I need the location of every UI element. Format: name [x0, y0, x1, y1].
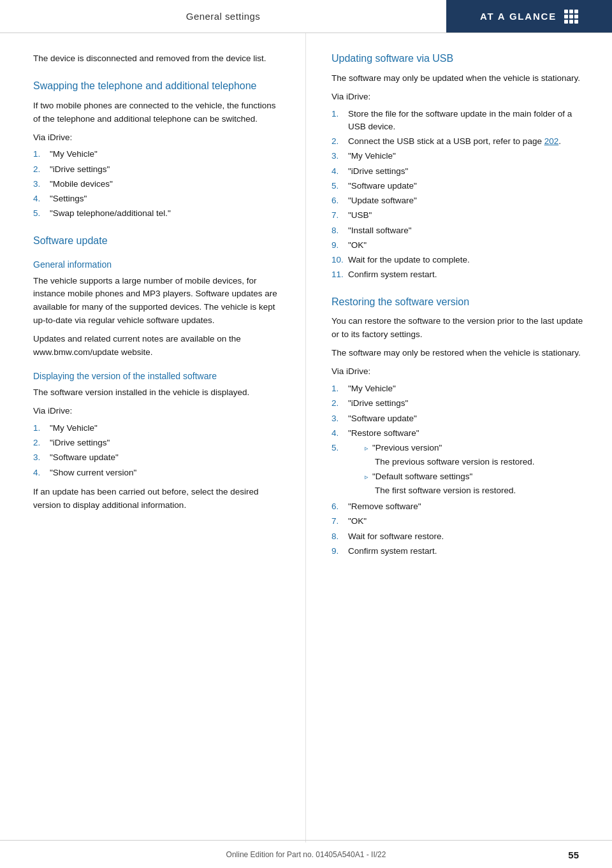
- step-num: 3.: [332, 150, 348, 163]
- list-item: 3."Software update": [332, 412, 586, 425]
- step-text: "My Vehicle": [50, 422, 98, 435]
- step-text: "OK": [348, 239, 367, 252]
- header-chapter-label: AT A GLANCE: [446, 0, 612, 33]
- swap-body: If two mobile phones are connected to th…: [33, 99, 282, 126]
- step-text: Store the file for the software update i…: [348, 108, 586, 134]
- step-text: "Settings": [50, 192, 87, 205]
- step-text: Wait for the update to complete.: [348, 254, 470, 266]
- step-text: "Software update": [50, 451, 119, 464]
- step-text: "USB": [348, 209, 372, 222]
- restoring-body1: You can restore the software to the vers…: [332, 315, 586, 342]
- list-item: 4."Settings": [33, 192, 282, 205]
- list-item: 5."Software update": [332, 180, 586, 192]
- step-num: 8.: [332, 224, 348, 237]
- list-item: 3."My Vehicle": [332, 150, 586, 163]
- step-num: 8.: [332, 530, 348, 543]
- list-item: 1."My Vehicle": [33, 148, 282, 161]
- step-num: 1.: [33, 148, 50, 161]
- page-number: 55: [568, 850, 579, 860]
- list-item: 10.Wait for the update to complete.: [332, 254, 586, 266]
- general-body2: Updates and related current notes are av…: [33, 333, 282, 359]
- list-item: 8."Install software": [332, 224, 586, 237]
- restoring-steps-list: 1."My Vehicle" 2."iDrive settings" 3."So…: [332, 382, 586, 558]
- step-num: 7.: [332, 209, 348, 222]
- step-text: "Install software": [348, 224, 412, 237]
- page-link: 202: [544, 136, 559, 146]
- nested-option: ▹ "Previous version": [365, 442, 535, 454]
- step-text: "Remove software": [348, 500, 421, 513]
- step-num: 2.: [33, 437, 50, 449]
- step-text: "iDrive settings": [50, 437, 110, 449]
- general-body1: The vehicle supports a large number of m…: [33, 275, 282, 328]
- step-text: Connect the USB stick at a USB port, ref…: [348, 135, 561, 148]
- swap-steps-list: 1."My Vehicle" 2."iDrive settings" 3."Mo…: [33, 148, 282, 220]
- step-text: Confirm system restart.: [348, 545, 437, 558]
- nested-label: "Previous version": [372, 442, 442, 454]
- list-item: 2."iDrive settings": [33, 163, 282, 176]
- nested-option: ▹ "Default software settings": [365, 470, 535, 483]
- page-header: General settings AT A GLANCE: [0, 0, 612, 33]
- step-num: 7.: [332, 515, 348, 528]
- step-text: "Restore software": [348, 427, 419, 440]
- step-num: 2.: [332, 135, 348, 148]
- step-num: 5.: [332, 180, 348, 192]
- list-item: 7."OK": [332, 515, 586, 528]
- swap-via: Via iDrive:: [33, 131, 282, 145]
- step-num: 9.: [332, 545, 348, 558]
- step-text: "iDrive settings": [348, 165, 408, 178]
- step-num: 1.: [332, 108, 348, 120]
- main-content: The device is disconnected and removed f…: [0, 33, 612, 843]
- step-text: "My Vehicle": [348, 150, 396, 163]
- general-info-subtitle: General information: [33, 259, 282, 270]
- step-num: 3.: [332, 412, 348, 425]
- step-text: "Software update": [348, 412, 417, 425]
- list-item: 9.Confirm system restart.: [332, 545, 586, 558]
- step-num: 1.: [332, 382, 348, 395]
- step-num: 2.: [33, 163, 50, 176]
- step-num: 11.: [332, 268, 348, 281]
- list-item: 4."iDrive settings": [332, 165, 586, 178]
- restoring-title: Restoring the software version: [332, 296, 586, 309]
- list-item: 1.Store the file for the software update…: [332, 108, 586, 134]
- step-num: 6.: [332, 500, 348, 513]
- updating-via: Via iDrive:: [332, 90, 586, 104]
- general-settings-label: General settings: [186, 11, 260, 22]
- left-column: The device is disconnected and removed f…: [0, 33, 306, 843]
- list-item: 5."Swap telephone/additional tel.": [33, 207, 282, 220]
- list-item: 6."Update software": [332, 194, 586, 207]
- list-item: 8.Wait for software restore.: [332, 530, 586, 543]
- restoring-via: Via iDrive:: [332, 365, 586, 379]
- arrow-icon: ▹: [365, 472, 368, 482]
- step-num: 10.: [332, 254, 348, 266]
- step-text: "iDrive settings": [348, 397, 408, 410]
- step-num: 5.: [33, 207, 50, 220]
- list-item: 1."My Vehicle": [33, 422, 282, 435]
- step-num: 6.: [332, 194, 348, 207]
- step-text: ▹ "Previous version" The previous softwa…: [348, 442, 535, 498]
- step-text: "My Vehicle": [50, 148, 98, 161]
- list-item: 5. ▹ "Previous version" The previous sof…: [332, 442, 586, 498]
- swap-section-title: Swapping the telephone and additional te…: [33, 80, 282, 93]
- updating-body: The software may only be updated when th…: [332, 72, 586, 85]
- step-num: 2.: [332, 397, 348, 410]
- step-text: "OK": [348, 515, 367, 528]
- step-text: "Mobile devices": [50, 178, 113, 191]
- page-footer: Online Edition for Part no. 01405A540A1 …: [0, 840, 612, 868]
- displaying-note: If an update has been carried out before…: [33, 486, 282, 512]
- step-num: 3.: [33, 451, 50, 464]
- updating-usb-title: Updating software via USB: [332, 52, 586, 66]
- list-item: 1."My Vehicle": [332, 382, 586, 395]
- nested-label: "Default software settings": [372, 470, 472, 483]
- list-item: 4."Show current version": [33, 467, 282, 479]
- step-num: 9.: [332, 239, 348, 252]
- step-text: Wait for software restore.: [348, 530, 444, 543]
- arrow-icon: ▹: [365, 443, 368, 454]
- step-text: "Update software": [348, 194, 417, 207]
- list-item: 6."Remove software": [332, 500, 586, 513]
- header-section-label: General settings: [0, 0, 446, 33]
- step-num: 4.: [33, 192, 50, 205]
- at-a-glance-label: AT A GLANCE: [480, 11, 557, 22]
- top-paragraph: The device is disconnected and removed f…: [33, 52, 282, 66]
- nested-sub-text: The previous software version is restore…: [375, 456, 535, 468]
- software-update-title: Software update: [33, 235, 282, 248]
